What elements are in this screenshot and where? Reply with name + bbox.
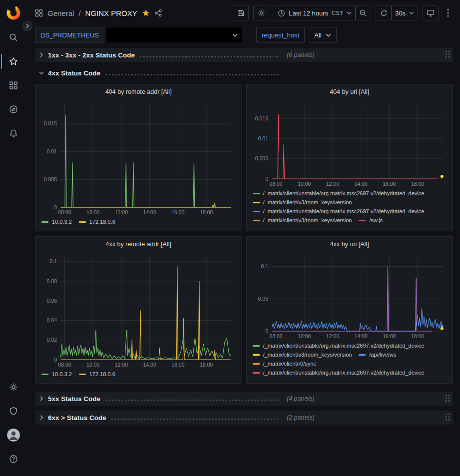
svg-text:08:00: 08:00 [58,362,71,368]
timeseries-chart[interactable]: 08:0010:0012:0014:0016:0018:0000.0050.01… [39,99,238,217]
sidebar-item-profile[interactable] [0,423,27,447]
svg-text:0.015: 0.015 [44,120,57,126]
row-header-4xx[interactable]: 4xx Status Code [35,66,453,80]
dashboards-grid-icon [9,81,18,90]
user-avatar [7,429,20,442]
svg-text:08:00: 08:00 [58,209,71,215]
row-drag-handle[interactable] [446,51,451,59]
share-icon[interactable] [154,9,162,17]
legend-item[interactable]: 172.18.0.6 [79,371,115,377]
star-icon [9,57,18,66]
legend-swatch [253,354,260,356]
row-header-6xx[interactable]: 6xx > Status Code (2 panels) [35,411,453,425]
dashboard-content: 1xx - 3xx - 2xx Status Code (6 panels) 4… [27,44,460,476]
sidebar-item-starred[interactable] [0,49,27,73]
breadcrumb-dashboard-title[interactable]: NGINX PROXY [85,9,137,17]
legend-item[interactable]: /_matrix/client/unstable/org.matrix.msc2… [253,370,425,376]
favorite-star-icon[interactable] [142,9,150,17]
svg-text:14:00: 14:00 [143,362,156,368]
panel-4xx-by-remote-addr: 4xx by remote addr [All] 08:0010:0012:00… [35,236,242,384]
refresh-icon [380,9,388,17]
save-dashboard-button[interactable] [233,5,249,20]
panel-legend: 10.0.3.2172.18.0.6 [39,217,238,228]
sidebar-item-search[interactable] [0,25,27,49]
chevron-down-icon [347,11,352,14]
sidebar-item-dashboards[interactable] [0,73,27,97]
svg-text:0.005: 0.005 [255,155,268,161]
legend-item[interactable]: 10.0.3.2 [41,219,72,225]
chevron-down-icon [326,33,331,37]
svg-text:0.02: 0.02 [47,337,57,343]
chevron-right-icon [37,415,46,420]
legend-item[interactable]: /_matrix/client/r0/sync [253,361,316,367]
sidebar-item-explore[interactable] [0,97,27,121]
row-title: 5xx Status Code [48,395,100,403]
legend-item[interactable]: /_matrix/client/v3/room_keys/version [253,199,352,205]
legend-item[interactable]: 172.18.0.6 [79,219,115,225]
more-options-button[interactable] [443,5,453,20]
legend-item[interactable]: /_matrix/client/unstable/org.matrix.msc2… [253,208,425,214]
grafana-logo[interactable] [5,4,21,20]
row-drag-handle[interactable] [446,414,451,422]
sidebar-item-configuration[interactable] [0,375,27,399]
request-host-variable-select[interactable]: All [309,27,336,43]
timeseries-chart[interactable]: 08:0010:0012:0014:0016:0018:0000.0050.01… [251,99,449,189]
legend-item[interactable]: /_matrix/client/unstable/org.matrix.msc2… [253,343,425,349]
legend-swatch [253,345,260,347]
refresh-group: 30s [376,5,418,20]
time-range-picker[interactable]: Last 12 hours CST [274,5,356,20]
shield-icon [9,407,18,416]
datasource-variable-label[interactable]: DS_PROMETHEUS [35,27,104,43]
row-drag-handle[interactable] [446,395,451,403]
row-header-1xx-3xx-2xx[interactable]: 1xx - 3xx - 2xx Status Code (6 panels) [35,48,453,62]
compass-icon [9,105,18,114]
timeseries-chart[interactable]: 08:0010:0012:0014:0016:0018:0000.050.1 [251,252,449,341]
refresh-button[interactable] [376,5,392,20]
sidebar-item-server-admin[interactable] [0,399,27,423]
sidebar [0,0,27,476]
legend-item[interactable]: /_matrix/client/unstable/org.matrix.msc2… [253,190,425,196]
breadcrumb-separator: / [78,9,80,17]
tv-mode-button[interactable] [423,5,439,20]
panel-title[interactable]: 404 by remote addr [All] [39,84,238,99]
monitor-icon [427,9,435,17]
save-icon [237,9,245,17]
timeseries-chart[interactable]: 08:0010:0012:0014:0016:0018:0000.020.040… [39,252,238,370]
panel-grid-row-1: 404 by remote addr [All] 08:0010:0012:00… [35,84,453,231]
legend-swatch [253,211,260,212]
legend-item[interactable]: /sw.js [359,217,383,223]
legend-swatch [359,354,366,356]
svg-text:18:00: 18:00 [200,362,213,368]
legend-item[interactable]: /api/live/ws [359,352,396,358]
dashboard-settings-button[interactable] [253,5,269,20]
panel-title[interactable]: 404 by uri [All] [251,84,449,99]
sidebar-item-help[interactable] [0,447,27,471]
zoom-out-time-button[interactable] [355,5,371,20]
refresh-interval-picker[interactable]: 30s [391,5,418,20]
panel-title[interactable]: 4xx by uri [All] [251,237,449,252]
dotted-leader [111,419,279,421]
sidebar-item-alerting[interactable] [0,121,27,145]
search-icon [9,33,18,42]
legend-swatch [253,372,260,374]
svg-text:14:00: 14:00 [143,209,156,215]
timezone-label: CST [332,10,343,16]
row-header-5xx[interactable]: 5xx Status Code (4 panels) [35,392,453,406]
panel-title[interactable]: 4xx by remote addr [All] [39,237,238,252]
svg-text:14:00: 14:00 [354,181,367,187]
svg-text:18:00: 18:00 [411,181,424,187]
main-area: General / NGINX PROXY Last 12 hours CST [27,0,460,476]
svg-text:18:00: 18:00 [411,333,424,339]
dashboard-variables-bar: DS_PROMETHEUS request_host All [27,26,460,44]
legend-item[interactable]: /_matrix/client/v3/room_keys/version [253,352,352,358]
breadcrumb-section[interactable]: General [47,9,74,17]
datasource-variable-select[interactable] [106,27,242,43]
svg-text:16:00: 16:00 [171,362,184,368]
legend-item[interactable]: /_matrix/client/v3/room_keys/version [253,217,352,223]
sidebar-expand-button[interactable] [22,21,32,31]
apps-icon [35,9,43,17]
legend-swatch [41,221,48,223]
legend-item[interactable]: 10.0.3.2 [41,371,72,377]
svg-text:16:00: 16:00 [383,333,396,339]
request-host-variable-label[interactable]: request_host [256,27,305,43]
